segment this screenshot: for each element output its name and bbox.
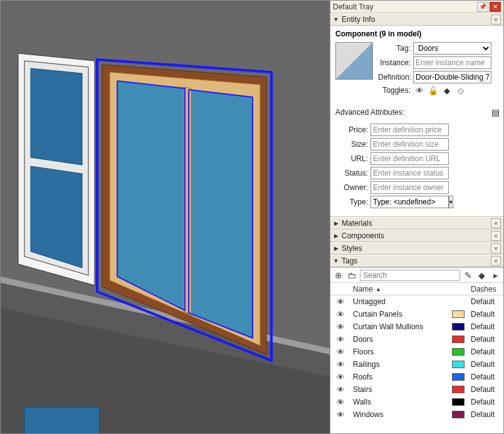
panel-styles-header[interactable]: ▶ Styles × — [330, 242, 503, 255]
panel-entity-info-header[interactable]: ▼ Entity Info × — [330, 13, 503, 26]
visibility-toggle-icon[interactable]: 👁 — [330, 410, 350, 420]
tags-menu-button[interactable]: ▸ — [490, 270, 501, 281]
visibility-toggle-icon[interactable]: 👁 — [330, 347, 350, 357]
tag-dash-value: Default — [471, 347, 503, 356]
tag-color-swatch[interactable] — [452, 398, 465, 406]
tag-dash-value: Default — [471, 385, 503, 394]
chevron-right-icon: ▶ — [333, 245, 339, 251]
owner-input[interactable] — [370, 181, 449, 194]
col-dashes-label[interactable]: Dashes — [471, 285, 503, 294]
label-definition: Definition: — [378, 73, 413, 82]
tag-name: Roofs — [350, 373, 452, 381]
advanced-attributes-label: Advanced Attributes: — [335, 108, 404, 117]
component-heading: Component (9 in model) — [335, 28, 498, 42]
svg-marker-7 — [31, 68, 82, 165]
panel-label: Styles — [342, 244, 491, 253]
tag-dash-value: Default — [471, 373, 503, 381]
panel-materials-header[interactable]: ▶ Materials × — [330, 217, 503, 230]
tag-row[interactable]: 👁DoorsDefault — [330, 333, 503, 346]
shadow-cast-toggle-icon[interactable]: ◆ — [442, 85, 452, 95]
label-size: Size: — [335, 140, 370, 149]
tag-name: Windows — [350, 410, 452, 419]
tag-row[interactable]: 👁RoofsDefault — [330, 371, 503, 383]
label-price: Price: — [335, 125, 370, 134]
chevron-down-icon: ▼ — [333, 16, 339, 23]
col-name-label[interactable]: Name — [353, 285, 373, 294]
close-tray-button[interactable]: ✕ — [490, 2, 501, 12]
panel-close-button[interactable]: × — [491, 14, 501, 24]
panel-components-header[interactable]: ▶ Components × — [330, 230, 503, 242]
tag-dash-value: Default — [471, 310, 503, 319]
tag-name: Untagged — [350, 297, 452, 306]
panel-close-button[interactable]: × — [491, 231, 501, 241]
instance-input[interactable] — [413, 56, 491, 69]
tag-color-swatch[interactable] — [452, 336, 465, 343]
model-viewport[interactable] — [1, 1, 330, 433]
tags-rows-container: 👁UntaggedDefault👁Curtain PanelsDefault👁C… — [330, 295, 503, 433]
label-tag: Tag: — [378, 44, 413, 53]
purge-tags-button[interactable]: ◆ — [476, 270, 488, 281]
visibility-toggle-icon[interactable]: 👁 — [330, 373, 350, 382]
visibility-toggle-icon[interactable]: 👁 — [330, 335, 350, 344]
panel-label: Entity Info — [342, 15, 491, 24]
type-dropdown-button[interactable]: ▾ — [449, 196, 453, 208]
tag-dash-value: Default — [471, 322, 503, 331]
tag-name: Curtain Panels — [350, 310, 452, 319]
tag-color-swatch[interactable] — [452, 348, 465, 356]
size-input[interactable] — [370, 138, 449, 151]
advanced-options-icon[interactable]: ▤ — [491, 107, 498, 117]
panel-tags-header[interactable]: ▼ Tags × — [330, 255, 503, 267]
tag-row[interactable]: 👁Curtain PanelsDefault — [330, 308, 503, 320]
visibility-toggle-icon[interactable]: 👁 — [330, 360, 350, 369]
visibility-toggle-icon[interactable]: 👁 — [330, 385, 350, 394]
add-tag-button[interactable]: ⊕ — [333, 270, 344, 281]
lock-toggle-icon[interactable]: 🔓 — [428, 85, 438, 95]
material-swatch[interactable] — [335, 42, 373, 80]
tag-row[interactable]: 👁FloorsDefault — [330, 346, 503, 358]
tag-name: Doors — [350, 335, 452, 344]
tag-row[interactable]: 👁RailingsDefault — [330, 358, 503, 371]
tag-color-swatch[interactable] — [452, 310, 465, 318]
chevron-right-icon: ▶ — [333, 233, 339, 239]
visibility-toggle-icon[interactable]: 👁 — [330, 398, 350, 407]
visibility-toggle-icon[interactable]: 👁 — [330, 322, 350, 332]
svg-marker-12 — [117, 81, 185, 310]
price-input[interactable] — [370, 124, 449, 136]
tag-row[interactable]: 👁StairsDefault — [330, 383, 503, 396]
tag-color-swatch[interactable] — [452, 411, 465, 418]
pin-icon[interactable]: 📌 — [477, 2, 488, 12]
default-tray: Default Tray 📌 ✕ ▼ Entity Info × Compone… — [330, 1, 503, 433]
tag-dash-value: Default — [471, 410, 503, 419]
tag-row[interactable]: 👁WallsDefault — [330, 396, 503, 408]
tag-name: Railings — [350, 360, 452, 369]
tag-color-swatch[interactable] — [452, 373, 465, 381]
tag-row[interactable]: 👁UntaggedDefault — [330, 295, 503, 308]
definition-input[interactable] — [413, 71, 491, 83]
panel-close-button[interactable]: × — [491, 243, 501, 253]
label-type: Type: — [335, 198, 370, 206]
panel-close-button[interactable]: × — [491, 256, 501, 266]
tag-color-swatch[interactable] — [452, 361, 465, 368]
entity-info-body: Component (9 in model) Tag: Doors Instan… — [330, 26, 503, 217]
tag-row[interactable]: 👁Curtain Wall MullionsDefault — [330, 320, 503, 333]
tag-dash-value: Default — [471, 360, 503, 369]
tag-row[interactable]: 👁WindowsDefault — [330, 408, 503, 421]
status-input[interactable] — [370, 167, 449, 179]
panel-close-button[interactable]: × — [491, 218, 501, 228]
add-tag-folder-button[interactable]: 🗀 — [347, 270, 358, 281]
tag-color-swatch[interactable] — [452, 386, 465, 393]
visibility-toggle-icon[interactable]: 👁 — [330, 297, 350, 307]
tag-dropdown[interactable]: Doors — [413, 42, 491, 55]
url-input[interactable] — [370, 152, 449, 165]
tag-color-swatch[interactable] — [452, 323, 465, 331]
visible-toggle-icon[interactable]: 👁 — [414, 85, 424, 95]
tags-search-input[interactable] — [360, 270, 460, 281]
type-input[interactable] — [370, 196, 449, 208]
svg-marker-13 — [189, 90, 253, 338]
tag-name: Stairs — [350, 385, 452, 394]
panel-label: Components — [342, 231, 491, 240]
visibility-toggle-icon[interactable]: 👁 — [330, 310, 350, 319]
shadow-receive-toggle-icon[interactable]: ◇ — [456, 85, 466, 95]
tags-panel-body: ⊕ 🗀 ✎ ◆ ▸ Name ▲ Dashes 👁UntaggedDefault… — [330, 267, 503, 433]
color-by-tag-button[interactable]: ✎ — [463, 270, 474, 281]
